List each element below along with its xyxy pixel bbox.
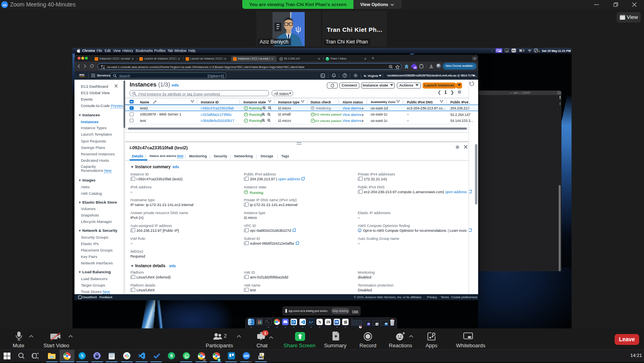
- svg-text:aws: aws: [79, 73, 85, 76]
- svg-text:zm: zm: [3, 4, 7, 6]
- svg-text:65: 65: [520, 50, 523, 52]
- svg-text:ψ: ψ: [295, 25, 301, 33]
